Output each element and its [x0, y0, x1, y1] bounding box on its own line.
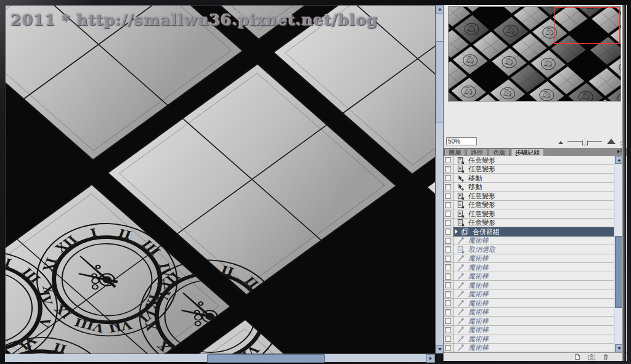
history-row[interactable]: 任意變形: [444, 165, 614, 174]
history-source-checkbox[interactable]: [444, 165, 454, 174]
history-row-content[interactable]: 魔術棒: [454, 237, 614, 246]
history-row-content[interactable]: 移動: [454, 183, 614, 192]
history-row-content[interactable]: 合併群組: [454, 227, 614, 237]
history-source-checkbox[interactable]: [444, 344, 454, 353]
history-source-checkbox[interactable]: [444, 317, 454, 326]
history-row[interactable]: 魔術棒: [444, 317, 614, 326]
history-row[interactable]: 魔術棒: [444, 344, 614, 353]
history-row[interactable]: 魔術棒: [444, 272, 614, 281]
history-row[interactable]: 任意變形: [444, 219, 614, 228]
history-row-content[interactable]: 任意變形: [454, 209, 614, 219]
history-step-label: 魔術棒: [468, 289, 489, 299]
magic-wand-icon: [457, 335, 465, 343]
history-row[interactable]: 魔術棒: [444, 237, 614, 246]
history-source-checkbox[interactable]: [444, 281, 454, 290]
history-row-content[interactable]: 任意變形: [454, 201, 614, 210]
history-row-content[interactable]: 任意變形: [454, 156, 614, 165]
history-source-checkbox[interactable]: [444, 201, 454, 210]
history-source-checkbox[interactable]: [444, 326, 454, 335]
history-source-checkbox[interactable]: [444, 272, 454, 281]
magic-wand-icon: [457, 317, 465, 325]
history-step-label: 任意變形: [468, 200, 495, 209]
navigator-panel: [444, 5, 627, 148]
history-row[interactable]: 任意變形: [444, 156, 614, 165]
history-source-checkbox[interactable]: [444, 183, 454, 192]
history-row-content[interactable]: 魔術棒: [454, 344, 614, 353]
history-row[interactable]: 魔術棒: [444, 290, 614, 299]
history-row[interactable]: 任意變形: [444, 201, 614, 210]
history-row-content[interactable]: 移動: [454, 174, 614, 183]
history-step-label: 魔術棒: [468, 334, 489, 344]
navigator-view-rectangle[interactable]: [554, 7, 620, 44]
horizontal-scroll-thumb[interactable]: [207, 354, 325, 363]
history-row[interactable]: 合併群組: [444, 227, 614, 237]
zoom-slider[interactable]: [568, 139, 602, 145]
history-step-label: 魔術棒: [468, 254, 489, 263]
history-source-checkbox[interactable]: [444, 156, 454, 165]
history-source-checkbox[interactable]: [444, 192, 454, 201]
history-step-label: 魔術棒: [468, 317, 489, 326]
new-snapshot-camera-icon[interactable]: [587, 354, 596, 360]
history-source-checkbox[interactable]: [444, 237, 454, 246]
history-row[interactable]: 魔術棒: [444, 334, 614, 344]
history-step-label: 任意變形: [468, 164, 495, 174]
history-source-checkbox[interactable]: [444, 299, 454, 308]
magic-wand-icon: [457, 254, 465, 262]
history-row-content[interactable]: 魔術棒: [454, 254, 614, 264]
history-row[interactable]: 取消選取: [444, 245, 614, 254]
zoom-slider-thumb[interactable]: [582, 139, 588, 145]
document-canvas[interactable]: IIIIIIIVVVIVIIVIIIIXXXIXIIIIIIIIIVVVIVII…: [5, 5, 436, 354]
history-source-checkbox[interactable]: [444, 254, 454, 264]
zoom-percentage-field[interactable]: [446, 137, 477, 145]
history-row[interactable]: 移動: [444, 183, 614, 192]
canvas-vertical-scrollbar[interactable]: [435, 5, 444, 354]
history-source-checkbox[interactable]: [444, 219, 454, 228]
canvas-horizontal-scrollbar[interactable]: [5, 354, 435, 362]
history-source-checkbox[interactable]: [444, 263, 454, 272]
history-row-content[interactable]: 魔術棒: [454, 299, 614, 308]
zoom-in-icon[interactable]: [607, 139, 616, 144]
history-row[interactable]: 魔術棒: [444, 254, 614, 264]
history-source-checkbox[interactable]: [444, 174, 454, 183]
history-source-checkbox[interactable]: [444, 308, 454, 317]
history-row[interactable]: 移動: [444, 174, 614, 183]
history-list: 任意變形任意變形移動移動任意變形任意變形任意變形任意變形合併群組魔術棒取消選取魔…: [444, 156, 614, 352]
scroll-right-button[interactable]: [426, 354, 435, 363]
history-step-label: 任意變形: [468, 192, 495, 201]
history-row[interactable]: 魔術棒: [444, 281, 614, 290]
history-row-content[interactable]: 任意變形: [454, 192, 614, 201]
history-row-content[interactable]: 魔術棒: [454, 263, 614, 272]
history-source-checkbox[interactable]: [444, 245, 454, 254]
history-row-content[interactable]: 魔術棒: [454, 290, 614, 299]
up-arrow-icon: [438, 8, 442, 10]
history-row-content[interactable]: 魔術棒: [454, 272, 614, 281]
history-source-checkbox[interactable]: [444, 334, 454, 344]
history-row[interactable]: 任意變形: [444, 192, 614, 201]
history-row[interactable]: 任意變形: [444, 209, 614, 219]
history-row-content[interactable]: 魔術棒: [454, 317, 614, 326]
merge-group-icon: [461, 228, 469, 236]
history-footer-bar: [444, 352, 627, 361]
history-row-content[interactable]: 取消選取: [454, 245, 614, 254]
history-row[interactable]: 魔術棒: [444, 263, 614, 272]
navigator-thumbnail[interactable]: [448, 6, 621, 102]
history-row[interactable]: 魔術棒: [444, 308, 614, 317]
history-row[interactable]: 魔術棒: [444, 299, 614, 308]
new-document-from-state-icon[interactable]: [572, 354, 582, 360]
delete-trash-icon[interactable]: [601, 354, 611, 360]
up-arrow-icon: [617, 159, 621, 161]
history-source-checkbox[interactable]: [444, 290, 454, 299]
window-right-edge: [622, 5, 626, 361]
history-row-content[interactable]: 魔術棒: [454, 308, 614, 317]
free-transform-icon: [457, 156, 465, 164]
history-step-label: 魔術棒: [468, 343, 489, 352]
history-row[interactable]: 魔術棒: [444, 326, 614, 335]
history-row-content[interactable]: 魔術棒: [454, 326, 614, 335]
history-source-checkbox[interactable]: [444, 209, 454, 219]
zoom-out-icon[interactable]: [558, 141, 563, 144]
history-row-content[interactable]: 魔術棒: [454, 334, 614, 344]
history-row-content[interactable]: 任意變形: [454, 165, 614, 174]
history-row-content[interactable]: 魔術棒: [454, 281, 614, 290]
history-row-content[interactable]: 任意變形: [454, 219, 614, 228]
history-source-checkbox[interactable]: [444, 227, 454, 237]
